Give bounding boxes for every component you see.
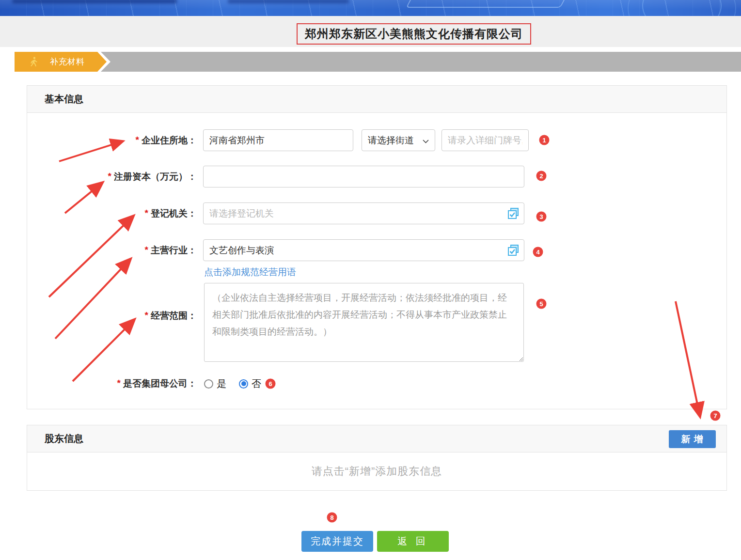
basic-info-title: 基本信息 [45,93,83,106]
registration-authority-input[interactable] [203,202,524,224]
add-shareholder-button[interactable]: 新 增 [669,430,716,448]
shareholder-empty-text: 请点击“新增”添加股东信息 [27,452,726,490]
business-scope-textarea[interactable]: （企业依法自主选择经营项目，开展经营活动；依法须经批准的项目，经相关部门批准后依… [204,283,524,362]
registered-capital-input[interactable] [203,166,524,187]
shareholder-header: 股东信息 新 增 [27,425,726,452]
step-tab-supplementary-material[interactable]: 补充材料 [15,52,107,72]
required-asterisk: * [117,378,121,388]
basic-info-panel: 基本信息 *企业住所地： 请选择街道 *注册资本（万元）： *登记机关： [27,85,727,409]
select-picker-icon[interactable] [507,207,520,220]
main-industry-input[interactable] [203,239,524,261]
radio-no-label: 否 [252,377,261,390]
address-region-input[interactable] [203,129,353,151]
add-standard-scope-link[interactable]: 点击添加规范经营用语 [204,266,296,279]
step-bar: 补充材料 [15,52,741,72]
company-title: 郑州郑东新区小美熊熊文化传播有限公司 [297,23,531,45]
header-bar: 郑州郑东新区小美熊熊文化传播有限公司 [0,16,741,47]
shareholder-title: 股东信息 [45,432,83,445]
business-scope-label: *经营范围： [27,310,197,322]
main-industry-label: *主营行业： [27,244,197,257]
annotation-badge-7: 7 [710,411,721,421]
banner-decor-arc [628,0,736,16]
radio-yes[interactable] [204,379,213,389]
registered-capital-label: *注册资本（万元）： [27,171,197,183]
required-asterisk: * [136,135,139,145]
top-banner [0,0,741,16]
group-parent-label: *是否集团母公司： [27,377,197,390]
banner-cropped-text [228,0,349,3]
shareholder-panel: 股东信息 新 增 请点击“新增”添加股东信息 [27,425,727,491]
walking-person-icon [28,56,39,67]
required-asterisk: * [108,171,111,181]
back-button[interactable]: 返 回 [377,531,449,552]
group-parent-radio-group: 是 否 [204,376,274,391]
radio-no[interactable] [239,379,248,389]
submit-button[interactable]: 完成并提交 [301,531,373,552]
address-label: *企业住所地： [27,134,197,147]
street-select[interactable]: 请选择街道 [362,129,435,151]
required-asterisk: * [145,208,148,218]
step-tab-label: 补充材料 [50,56,85,67]
radio-yes-label: 是 [217,377,226,390]
required-asterisk: * [145,310,148,320]
chevron-down-icon [423,135,429,146]
select-picker-icon[interactable] [507,244,520,257]
address-detail-input[interactable] [441,129,529,151]
street-select-value: 请选择街道 [368,134,414,147]
banner-cropped-navbox [406,0,568,8]
registration-authority-label: *登记机关： [27,207,197,220]
basic-info-header: 基本信息 [27,86,726,113]
page: 郑州郑东新区小美熊熊文化传播有限公司 补充材料 基本信息 *企业住所地： 请选择… [0,0,741,560]
annotation-badge-8: 8 [327,513,337,523]
banner-cropped-text [12,0,177,3]
required-asterisk: * [145,245,148,255]
